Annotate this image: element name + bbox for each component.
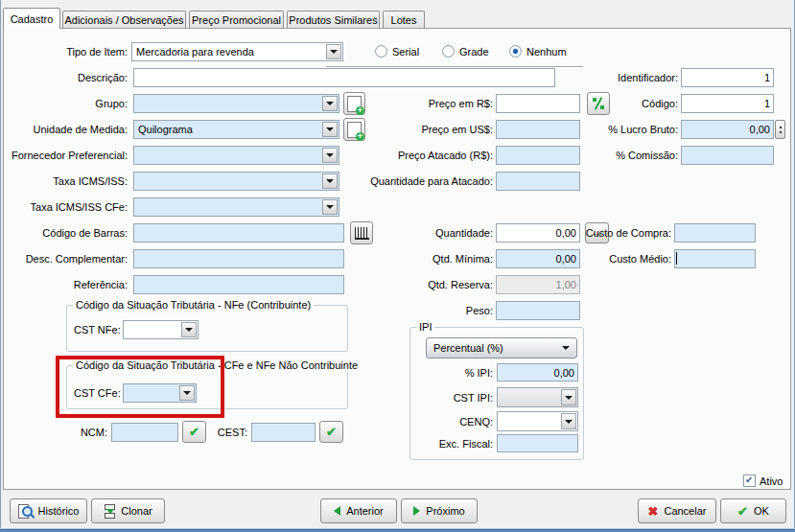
codigo-de-barras-input[interactable] [133,223,344,243]
add-grupo-button[interactable]: + [343,92,365,115]
new-page-plus-icon: + [347,96,362,112]
custo-de-compra-input[interactable] [674,223,756,243]
cest-input[interactable] [251,423,316,442]
lucro-bruto-label: % Lucro Bruto: [566,124,678,135]
arrow-left-icon [334,506,340,516]
ipi-mode-combobox[interactable]: Percentual (%) [426,337,577,359]
codigo-label: Código: [575,98,678,109]
cancelar-button-label: Cancelar [664,505,706,517]
identificador-label: Identificador: [575,72,678,83]
clonar-button-label: Clonar [121,505,152,517]
ncm-input[interactable] [111,423,178,442]
quantidade-para-atacado-label: Quantidade para Atacado: [316,175,493,187]
cenq-combobox[interactable] [497,411,578,431]
peso-input[interactable] [496,301,580,320]
qtd-minima-label: Qtd. Mínima: [316,253,493,265]
cancelar-button[interactable]: ✖ Cancelar [638,498,716,523]
cancel-x-icon: ✖ [648,505,659,518]
ok-button[interactable]: ✔ OK [720,498,786,523]
tab-label: Produtos Similares [289,14,377,26]
desc-complementar-label: Desc. Complementar: [0,253,128,265]
ok-button-label: OK [754,505,769,517]
add-unidade-button[interactable]: + [343,118,365,141]
historico-button[interactable]: Histórico [10,498,87,523]
tab-label: Lotes [391,14,417,26]
new-page-plus-icon: + [347,122,362,138]
chevron-down-icon[interactable] [322,122,338,137]
tab-preco-promocional[interactable]: Preço Promocional [189,11,284,29]
comissao-input[interactable] [681,146,774,165]
separator-line [326,66,583,67]
check-icon: ✔ [189,426,199,438]
red-highlight-rectangle [56,356,224,418]
tab-label: Preço Promocional [192,14,281,26]
taxa-icms-iss-cfe-label: Taxa ICMS/ISS CFe: [0,201,128,213]
tab-lotes[interactable]: Lotes [383,11,425,29]
ativo-checkbox[interactable] [743,474,756,487]
preco-em-rs-label: Preço em R$: [364,98,493,109]
qtd-reserva-label: Qtd. Reserva: [316,279,493,290]
cest-validate-button[interactable]: ✔ [319,421,343,443]
preco-atacado-label: Preço Atacado (R$): [316,150,493,161]
chevron-down-icon [562,346,570,354]
chevron-down-icon[interactable] [322,199,338,215]
referencia-input[interactable] [133,275,344,294]
fornecedor-preferencial-combobox[interactable] [133,146,339,165]
tab-cadastro[interactable]: Cadastro [3,8,60,29]
ncm-label: NCM: [58,427,107,438]
window-border-bottom [0,528,795,532]
chevron-down-icon[interactable] [561,389,576,405]
lucro-bruto-spinner[interactable] [775,120,785,139]
identificador-input[interactable] [681,68,774,87]
tab-label: Adicionais / Observações [64,14,183,26]
pct-ipi-input[interactable] [497,363,578,382]
comissao-label: % Comissão: [566,150,678,161]
proximo-button-label: Próximo [426,505,464,517]
tipo-de-item-combobox[interactable]: Mercadoria para revenda [131,42,343,61]
cst-ipi-combobox[interactable] [497,387,578,407]
unidade-de-medida-label: Unidade de Medida: [0,124,128,135]
cenq-label: CENQ: [412,416,493,428]
codigo-de-barras-label: Código de Barras: [0,227,128,239]
cst-nfe-combobox[interactable] [123,320,199,339]
chevron-down-icon[interactable] [561,413,576,429]
quantidade-para-atacado-input[interactable] [496,172,580,191]
grade-radio-label: Grade [459,46,489,58]
custo-de-compra-label: Custo de Compra: [566,227,671,239]
serial-radio-label: Serial [392,46,419,58]
preco-em-rs-input[interactable] [496,94,580,113]
chevron-down-icon[interactable] [181,322,197,337]
serial-radio[interactable] [375,45,387,58]
proximo-button[interactable]: Próximo [401,498,478,523]
historico-button-label: Histórico [38,505,80,517]
tab-label: Cadastro [11,13,54,25]
quantidade-label: Quantidade: [316,227,493,239]
lucro-bruto-input[interactable] [681,120,774,139]
taxa-icms-iss-cfe-combobox[interactable] [133,197,339,217]
taxa-icms-iss-label: Taxa ICMS/ISS: [0,175,128,187]
grupo-combobox[interactable] [133,94,339,113]
tab-produtos-similares[interactable]: Produtos Similares [287,11,380,29]
grade-radio[interactable] [442,45,455,58]
custo-medio-input[interactable] [674,249,756,268]
tab-adicionais-observacoes[interactable]: Adicionais / Observações [62,11,186,29]
clonar-button[interactable]: Clonar [91,498,165,523]
descricao-input[interactable] [133,68,555,87]
text-caret [676,252,677,265]
nenhum-radio[interactable] [509,45,522,58]
chevron-down-icon[interactable] [322,96,338,111]
clone-icon [104,504,115,519]
taxa-icms-iss-combobox[interactable] [133,172,339,191]
spinner-dots-icon [780,127,782,128]
unidade-de-medida-combobox[interactable]: Quilograma [133,120,339,139]
preco-em-uss-label: Preço em US$: [364,124,493,135]
ipi-group-title: IPI [416,321,434,333]
codigo-input[interactable] [681,94,774,113]
anterior-button[interactable]: Anterior [320,498,397,523]
check-icon: ✔ [326,426,337,438]
grupo-label: Grupo: [0,98,128,109]
desc-complementar-input[interactable] [133,249,344,268]
cst-nfe-group-title: Código da Situação Tributária - NFe (Con… [73,299,314,311]
chevron-down-icon[interactable] [326,44,341,59]
exc-fiscal-input[interactable] [497,434,578,452]
